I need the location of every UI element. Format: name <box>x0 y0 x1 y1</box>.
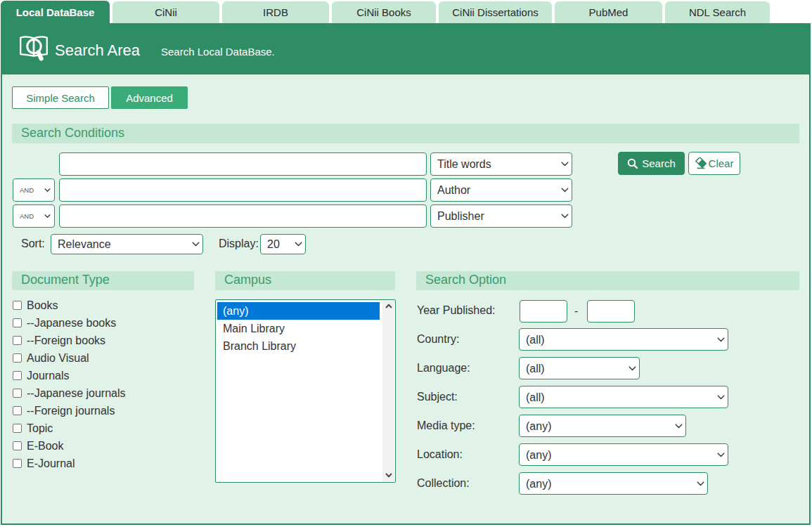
sort-select[interactable]: Relevance <box>51 234 203 254</box>
checkbox-journals[interactable] <box>13 371 22 380</box>
checkbox-books[interactable] <box>13 301 22 310</box>
doctype-row-books: Books <box>13 297 58 314</box>
simple-search-button[interactable]: Simple Search <box>12 86 109 109</box>
tab-pubmed[interactable]: PubMed <box>555 1 662 23</box>
campus-title: Campus <box>215 271 395 290</box>
doctype-row-topic: Topic <box>13 419 53 437</box>
checkbox-japanese-books[interactable] <box>13 318 22 327</box>
campus-option-branch-library[interactable]: Branch Library <box>217 337 380 355</box>
opac-advanced-search-page: Local DataBase CiNii IRDB CiNii Books Ci… <box>0 0 812 527</box>
search-option-title: Search Option <box>416 271 799 290</box>
field-select-3[interactable]: Publisher <box>430 204 572 228</box>
search-term-input-2[interactable] <box>59 178 427 202</box>
page-title: Search Area <box>55 43 140 58</box>
checkbox-ejournal[interactable] <box>13 459 22 468</box>
doctype-row-japanese-journals: --Japanese journals <box>13 384 126 402</box>
search-term-input-3[interactable] <box>59 204 427 228</box>
display-select-wrap: 20 <box>260 234 306 254</box>
checkbox-label: Audio Visual <box>27 352 89 365</box>
country-select-wrap: (all) <box>519 328 728 351</box>
field-select-1-wrap: Title words <box>430 152 572 176</box>
operator-select-3[interactable]: AND <box>13 204 55 228</box>
scroll-up-icon[interactable] <box>382 300 394 312</box>
doctype-row-japanese-books: --Japanese books <box>13 314 116 332</box>
year-to-input[interactable] <box>587 300 635 323</box>
checkbox-label: --Japanese journals <box>27 387 126 400</box>
tab-cinii[interactable]: CiNii <box>112 1 219 23</box>
checkbox-foreign-journals[interactable] <box>13 406 22 415</box>
checkbox-audio-visual[interactable] <box>13 353 22 363</box>
operator-select-3-wrap: AND <box>13 204 55 228</box>
subject-select[interactable]: (all) <box>519 386 728 408</box>
checkbox-label: Journals <box>27 370 69 382</box>
display-label: Display: <box>219 238 259 249</box>
tab-label: PubMed <box>589 6 629 18</box>
field-select-3-wrap: Publisher <box>430 204 572 228</box>
subject-select-wrap: (all) <box>519 386 728 408</box>
language-select-wrap: (all) <box>519 357 640 379</box>
subject-label: Subject: <box>417 391 458 403</box>
checkbox-topic[interactable] <box>13 424 22 433</box>
campus-listbox[interactable]: (any) Main Library Branch Library <box>215 299 396 483</box>
tab-label: IRDB <box>263 6 288 18</box>
media-type-select[interactable]: (any) <box>519 415 686 437</box>
country-label: Country: <box>417 334 459 345</box>
year-from-input[interactable] <box>520 300 567 323</box>
field-select-2[interactable]: Author <box>430 178 572 202</box>
location-select-wrap: (any) <box>519 443 728 466</box>
eraser-icon <box>695 157 707 169</box>
year-range-separator: - <box>574 306 578 317</box>
scroll-down-icon[interactable] <box>382 469 394 481</box>
campus-scrollbar[interactable] <box>382 301 394 481</box>
checkbox-ebook[interactable] <box>13 441 22 450</box>
year-published-label: Year Published: <box>417 305 496 316</box>
search-button-label: Search <box>642 157 676 169</box>
field-select-2-wrap: Author <box>430 178 572 202</box>
book-magnifier-icon <box>20 35 48 65</box>
location-select[interactable]: (any) <box>519 443 728 466</box>
checkbox-foreign-books[interactable] <box>13 336 22 345</box>
magnifier-icon <box>627 158 638 169</box>
checkbox-label: E-Book <box>27 440 63 453</box>
checkbox-label: Books <box>27 299 58 312</box>
tab-label: CiNii <box>155 6 177 18</box>
campus-option-main-library[interactable]: Main Library <box>217 320 380 337</box>
doctype-row-ejournal: E-Journal <box>13 455 75 472</box>
operator-select-2-wrap: AND <box>13 178 55 202</box>
tab-label: NDL Search <box>689 6 746 18</box>
search-button[interactable]: Search <box>618 152 685 175</box>
media-type-label: Media type: <box>417 420 475 431</box>
tab-local-database[interactable]: Local DataBase <box>1 1 110 23</box>
search-term-input-1[interactable] <box>59 152 427 176</box>
tab-irdb[interactable]: IRDB <box>222 1 329 23</box>
collection-select-wrap: (any) <box>519 472 708 495</box>
tab-ndl-search[interactable]: NDL Search <box>665 1 770 23</box>
language-select[interactable]: (all) <box>519 357 640 379</box>
doctype-row-audio-visual: Audio Visual <box>13 349 89 367</box>
tab-label: Local DataBase <box>16 6 95 18</box>
operator-select-2[interactable]: AND <box>13 178 55 202</box>
country-select[interactable]: (all) <box>519 328 728 351</box>
checkbox-japanese-journals[interactable] <box>13 389 22 398</box>
checkbox-label: --Foreign books <box>27 334 105 347</box>
tab-cinii-books[interactable]: CiNii Books <box>332 1 436 23</box>
tab-label: CiNii Dissertations <box>452 6 539 18</box>
doctype-row-foreign-books: --Foreign books <box>13 332 105 349</box>
campus-options: (any) Main Library Branch Library <box>217 302 380 355</box>
tab-cinii-dissertations[interactable]: CiNii Dissertations <box>439 1 552 23</box>
advanced-button[interactable]: Advanced <box>111 86 188 109</box>
campus-option-any[interactable]: (any) <box>217 302 380 320</box>
checkbox-label: --Japanese books <box>27 317 116 330</box>
document-type-title: Document Type <box>12 271 194 290</box>
clear-button[interactable]: Clear <box>688 152 740 175</box>
location-label: Location: <box>417 449 463 460</box>
search-area-header: Search Area Search Local DataBase. <box>1 23 811 74</box>
checkbox-label: --Foreign journals <box>27 405 115 417</box>
page-subtitle: Search Local DataBase. <box>161 46 275 57</box>
display-select[interactable]: 20 <box>260 234 306 254</box>
doctype-row-ebook: E-Book <box>13 437 63 455</box>
clear-button-label: Clear <box>709 157 734 169</box>
doctype-row-journals: Journals <box>13 367 69 384</box>
field-select-1[interactable]: Title words <box>430 152 572 176</box>
collection-select[interactable]: (any) <box>519 472 708 495</box>
